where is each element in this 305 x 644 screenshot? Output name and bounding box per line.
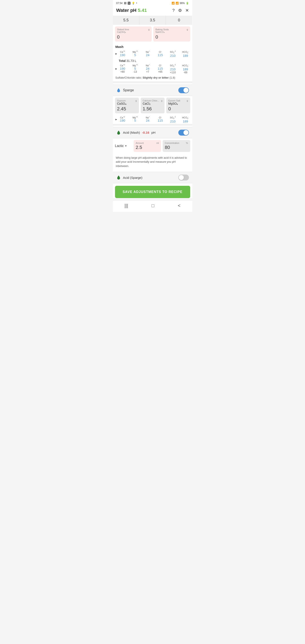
sparge-label: Sparge	[123, 88, 134, 92]
alkalinity-row: Slaked lime g Ca(OH)₂ 0 Baking Soda g Na…	[113, 25, 192, 43]
status-right: 📶 📶 96% 🔋	[172, 2, 189, 5]
dot-icon: •	[136, 2, 137, 5]
lactic-conc-value: 80	[165, 145, 188, 150]
acid-mash-section: Acid (Mash) -0.16 pH	[113, 127, 192, 138]
menu-nav-icon[interactable]: |||	[124, 203, 128, 208]
total-ion-3: Cl- 115 +65	[156, 64, 164, 74]
epsom-name: Epsom Salt	[168, 99, 180, 102]
photo-icon: 🖼	[124, 2, 126, 5]
back-nav-icon[interactable]: <	[178, 203, 180, 208]
total-ions-row: ▶ Ca+2 190 +80 Mg+2 5 -13 Na+ 24 +7 Cl- …	[113, 63, 192, 75]
status-bar: 07:54 🖼 S 💡 • 📶 📶 96% 🔋	[113, 0, 192, 6]
cacl2-unit: g	[161, 99, 162, 102]
slaked-lime-box[interactable]: Slaked lime g Ca(OH)₂ 0	[115, 26, 152, 42]
cacl2-formula: CaCl₂	[143, 102, 162, 105]
assistant-icon: 💡	[132, 2, 135, 5]
sparge-ion-4: SO4-2 210	[168, 116, 177, 123]
acid-sparge-knob	[179, 175, 184, 180]
help-icon[interactable]: ?	[172, 8, 174, 13]
epsom-salt-box[interactable]: Epsom Salt g MgSO₄ 0	[166, 98, 190, 113]
acid-mash-label: Acid (Mash)	[123, 131, 140, 134]
sulfate-ratio: Sulfate/Chloride ratio: Slightly dry or …	[113, 75, 192, 82]
sparge-ion-1: Mg+2 5	[131, 116, 139, 123]
slaked-lime-unit: g	[148, 28, 150, 31]
baking-soda-formula: NaHCO₃	[156, 31, 188, 34]
lactic-amount-label: Amount	[136, 142, 144, 144]
lactic-conc-box[interactable]: Concentration % 80	[163, 140, 190, 152]
lactic-label[interactable]: Lactic ▼	[115, 144, 132, 148]
sparge-ion-2: Na+ 24	[144, 116, 152, 123]
sonos-icon: S	[128, 2, 130, 5]
acid-mash-left: Acid (Mash) -0.16 pH	[116, 130, 156, 135]
sparge-toggle-left: Sparge	[116, 88, 134, 92]
sparge-drop-icon	[116, 88, 121, 92]
sparge-toggle-section: Sparge	[113, 84, 192, 96]
total-ion-2: Na+ 24 +7	[144, 64, 152, 74]
acid-mash-knob	[184, 130, 188, 135]
total-ion-5: HCO3- 189 -69	[181, 64, 190, 74]
mash-label: Mash	[113, 43, 192, 49]
acid-sparge-section: Acid (Sparge)	[113, 172, 192, 183]
total-expand-arrow[interactable]: ▶	[116, 68, 117, 70]
mash-ion-3: Cl- 115	[156, 50, 164, 58]
mash-ions-row: ▶ Ca+2 190 Mg+2 5 Na+ 24 Cl- 115 SO4-2 2…	[113, 49, 192, 58]
baking-soda-name: Baking Soda	[156, 28, 168, 31]
gypsum-box[interactable]: Gypsum g CaSO₄ 2.45	[115, 98, 139, 113]
slaked-lime-formula: Ca(OH)₂	[117, 31, 150, 34]
gypsum-unit: g	[135, 99, 136, 102]
sparge-ions-row: ▶ Ca+2 190 Mg+2 5 Na+ 24 Cl- 115 SO4-2 2…	[113, 115, 192, 124]
title-text: Water pH	[116, 8, 136, 13]
acid-mash-ph: -0.16	[142, 131, 149, 134]
ph-value: 5.41	[138, 8, 147, 13]
mash-ion-2: Na+ 24	[144, 50, 152, 58]
slaked-lime-value: 0	[117, 34, 150, 40]
mash-ion-4: SO4-2 210	[168, 50, 177, 58]
acid-mash-toggle[interactable]	[178, 130, 189, 136]
bottom-nav: ||| □ <	[113, 200, 192, 212]
total-line: Total 31.73 L	[113, 58, 192, 63]
sparge-ion-3: Cl- 115	[156, 116, 164, 123]
total-ions-cols: Ca+2 190 +80 Mg+2 5 -13 Na+ 24 +7 Cl- 11…	[118, 64, 190, 74]
total-ion-0: Ca+2 190 +80	[118, 64, 127, 74]
gypsum-name: Gypsum	[117, 99, 126, 102]
baking-soda-box[interactable]: Baking Soda g NaHCO₃ 0	[153, 26, 190, 42]
header-title: Water pH 5.41	[116, 8, 147, 13]
lactic-amount-box[interactable]: Amount ml 2.5	[134, 140, 161, 152]
home-nav-icon[interactable]: □	[152, 203, 154, 208]
sparge-toggle-knob	[184, 88, 188, 93]
header-icons: ? ⚙ ✕	[172, 8, 189, 13]
lactic-amount-value: 2.5	[136, 145, 159, 150]
settings-icon[interactable]: ⚙	[178, 8, 182, 13]
acid-sparge-toggle[interactable]	[178, 174, 189, 180]
top-number-0[interactable]: 5.5	[113, 16, 139, 24]
mash-ion-5: HCO3- 189	[181, 50, 190, 58]
sparge-toggle-switch[interactable]	[178, 87, 189, 93]
calcium-chloride-box[interactable]: Calcium Chlor... g CaCl₂ 1.56	[141, 98, 164, 113]
top-numbers-row: 5.5 3.5 0	[113, 16, 192, 25]
acid-sparge-drop-icon	[116, 175, 121, 180]
slaked-lime-name: Slaked lime	[117, 28, 129, 31]
epsom-value: 0	[168, 106, 188, 112]
sparge-inputs-row: Gypsum g CaSO₄ 2.45 Calcium Chlor... g C…	[113, 96, 192, 115]
total-ion-4: SO4-2 210 +110	[168, 64, 177, 74]
baking-soda-value: 0	[156, 34, 188, 40]
battery-level: 96%	[180, 2, 185, 5]
acid-mash-drop-icon	[116, 130, 121, 135]
mash-ion-1: Mg+2 5	[131, 50, 139, 58]
mash-ion-0: Ca+2 190	[118, 50, 127, 58]
epsom-formula: MgSO₄	[168, 102, 188, 105]
top-number-2[interactable]: 0	[166, 16, 192, 24]
mash-ions-cols: Ca+2 190 Mg+2 5 Na+ 24 Cl- 115 SO4-2 210…	[118, 50, 190, 58]
status-left: 07:54 🖼 S 💡 •	[116, 2, 137, 5]
sparge-expand-arrow[interactable]: ▶	[116, 118, 117, 120]
save-button[interactable]: SAVE ADJUSTMENTS TO RECIPE	[115, 186, 190, 198]
sparge-ions-cols: Ca+2 190 Mg+2 5 Na+ 24 Cl- 115 SO4-2 210…	[118, 116, 190, 123]
top-number-1[interactable]: 3.5	[139, 16, 166, 24]
battery-icon: 🔋	[186, 2, 189, 5]
advisory-text: When doing large pH adjustments with aci…	[113, 154, 192, 171]
close-icon[interactable]: ✕	[185, 8, 189, 13]
acid-sparge-label: Acid (Sparge)	[123, 176, 142, 180]
acid-sparge-left: Acid (Sparge)	[116, 175, 142, 180]
gypsum-formula: CaSO₄	[117, 102, 137, 105]
mash-expand-arrow[interactable]: ▶	[116, 52, 117, 55]
